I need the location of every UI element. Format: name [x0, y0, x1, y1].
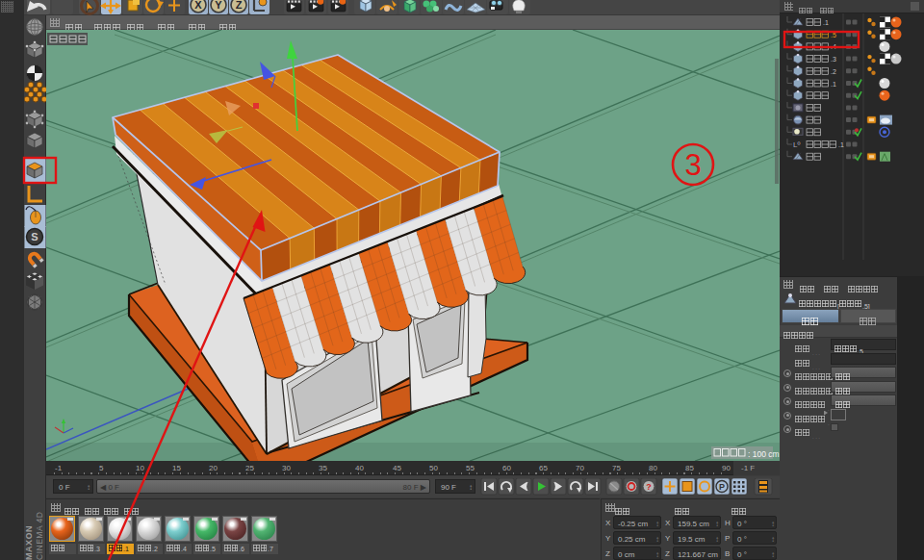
svg-text:P: P [719, 482, 725, 492]
svg-text:Lº: Lº [793, 140, 800, 149]
svg-text:X: X [194, 0, 202, 11]
svg-text:S: S [31, 231, 38, 242]
svg-text:3: 3 [684, 148, 701, 182]
svg-text:Y: Y [215, 0, 222, 11]
svg-text:.2: .2 [831, 68, 836, 75]
svg-text:.1: .1 [823, 19, 829, 26]
svg-text:?: ? [646, 482, 652, 492]
svg-text:: 100 cm: : 100 cm [748, 449, 780, 459]
svg-text:.1: .1 [838, 141, 844, 148]
svg-text:.4: .4 [831, 43, 836, 50]
svg-text:.5: .5 [831, 32, 836, 38]
svg-text:Z: Z [236, 0, 243, 11]
svg-text:.3: .3 [831, 56, 836, 63]
svg-text:.1: .1 [831, 81, 836, 88]
